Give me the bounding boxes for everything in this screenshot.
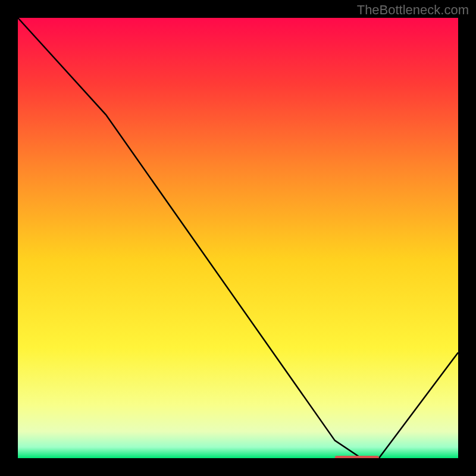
optimal-range-marker <box>335 456 379 458</box>
chart-background <box>18 18 458 458</box>
bottleneck-chart <box>18 18 458 458</box>
chart-svg <box>18 18 458 458</box>
watermark-text: TheBottleneck.com <box>357 2 469 18</box>
